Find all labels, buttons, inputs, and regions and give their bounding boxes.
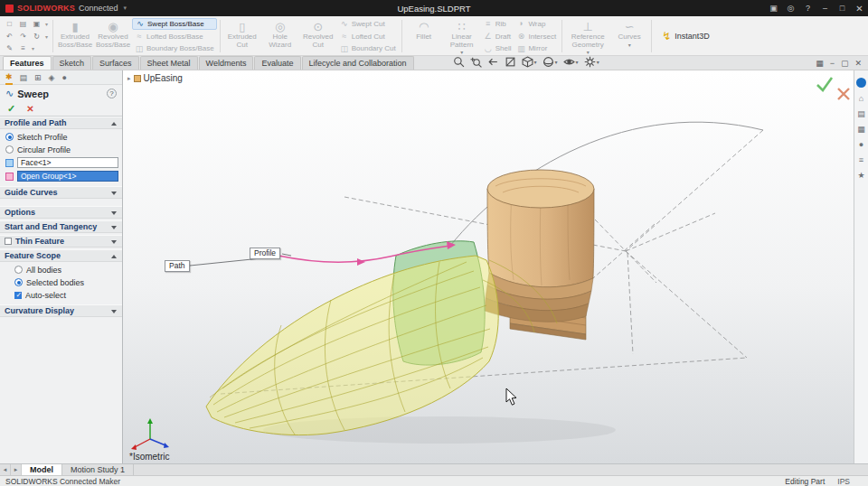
swept-boss-base-button[interactable]: ∿ Swept Boss/Base xyxy=(132,18,217,30)
profile-callout[interactable]: Profile xyxy=(250,248,280,259)
revolved-cut-button[interactable]: ⊙ Revolved Cut xyxy=(299,18,337,54)
profile-selection-field[interactable]: Face<1> xyxy=(17,157,118,168)
wrap-button[interactable]: ◗ Wrap xyxy=(514,18,559,30)
extruded-boss-base-button[interactable]: ▮ Extruded Boss/Base xyxy=(56,18,94,54)
boundary-cut-button[interactable]: ◫ Boundary Cut xyxy=(337,42,399,54)
minimize-pane-icon[interactable]: − xyxy=(830,59,835,68)
maximize-icon[interactable]: □ xyxy=(834,0,851,16)
open-document-icon[interactable]: ▤ xyxy=(18,20,28,28)
tab-scroll-right-icon[interactable]: ▸ xyxy=(11,464,22,475)
intersect-button[interactable]: ⊗ Intersect xyxy=(514,31,559,42)
path-selection-field[interactable]: Open Group<1> xyxy=(17,171,118,182)
save-icon[interactable]: ▣ xyxy=(32,20,42,28)
hide-show-items-icon[interactable]: ▾ xyxy=(563,56,579,68)
reference-geometry-button[interactable]: ⊥ Reference Geometry ▾ xyxy=(565,18,610,54)
chevron-down-icon[interactable]: ▾ xyxy=(32,45,34,51)
pm-tab-configuration-manager[interactable]: ⊞ xyxy=(34,71,42,84)
lofted-boss-base-button[interactable]: ≈ Lofted Boss/Base xyxy=(132,31,217,42)
tab-scroll-left-icon[interactable]: ◂ xyxy=(0,464,11,475)
curves-button[interactable]: ∽ Curves ▾ xyxy=(610,18,648,54)
graphics-viewport[interactable]: ▸ UpEasing Profile Path *Isometric xyxy=(123,70,854,463)
model-body[interactable] xyxy=(485,170,594,322)
share-icon[interactable]: ▣ xyxy=(765,0,782,16)
section-feature-scope[interactable]: Feature Scope xyxy=(0,249,122,262)
linear-pattern-button[interactable]: ∷ Linear Pattern ▾ xyxy=(443,18,481,54)
section-curvature-display[interactable]: Curvature Display xyxy=(0,304,122,317)
section-thin-feature[interactable]: Thin Feature xyxy=(0,235,122,248)
radio-selected-bodies[interactable]: Selected bodies xyxy=(14,277,118,287)
redo-icon[interactable]: ↷ xyxy=(18,33,28,41)
cancel-button[interactable]: ✕ xyxy=(26,104,33,114)
chevron-down-icon[interactable]: ▾ xyxy=(45,21,48,27)
taskpane-favorites-icon[interactable]: ★ xyxy=(857,171,864,180)
tab-sketch[interactable]: Sketch xyxy=(52,56,92,70)
pm-help-icon[interactable]: ? xyxy=(107,89,117,98)
pm-tab-feature-manager[interactable]: ▤ xyxy=(20,71,28,84)
tab-sheet-metal[interactable]: Sheet Metal xyxy=(140,56,198,70)
previous-view-icon[interactable] xyxy=(487,56,499,68)
taskpane-file-explorer-icon[interactable]: ▦ xyxy=(857,125,865,134)
section-options[interactable]: Options xyxy=(0,206,122,219)
checkbox-auto-select[interactable]: Auto-select xyxy=(14,290,118,300)
zoom-to-area-icon[interactable] xyxy=(470,56,482,68)
chevron-down-icon[interactable]: ▾ xyxy=(45,33,48,40)
status-units[interactable]: IPS xyxy=(837,477,863,486)
view-settings-icon[interactable]: ▾ xyxy=(584,56,599,68)
new-document-icon[interactable]: □ xyxy=(5,20,14,28)
split-view-icon[interactable]: ▦ xyxy=(816,59,824,68)
tab-features[interactable]: Features xyxy=(3,56,52,70)
section-guide-curves[interactable]: Guide Curves xyxy=(0,186,122,199)
pm-tab-property-manager[interactable]: ✱ xyxy=(5,70,13,85)
hole-wizard-button[interactable]: ◎ Hole Wizard xyxy=(261,18,299,54)
close-icon[interactable]: ✕ xyxy=(851,0,868,16)
radio-all-bodies[interactable]: All bodies xyxy=(14,265,118,275)
minimize-icon[interactable]: – xyxy=(816,0,834,16)
mirror-button[interactable]: ▥ Mirror xyxy=(514,42,559,54)
zoom-to-fit-icon[interactable] xyxy=(453,56,465,68)
tab-weldments[interactable]: Weldments xyxy=(199,56,254,70)
account-icon[interactable]: ◎ xyxy=(782,0,799,16)
tab-surfaces[interactable]: Surfaces xyxy=(92,56,139,70)
chevron-down-icon[interactable]: ▾ xyxy=(576,59,579,65)
revolved-boss-base-button[interactable]: ◉ Revolved Boss/Base xyxy=(94,18,132,54)
undo-icon[interactable]: ↶ xyxy=(5,33,14,41)
tab-evaluate[interactable]: Evaluate xyxy=(254,56,300,70)
section-profile-and-path[interactable]: Profile and Path xyxy=(0,117,122,129)
chevron-down-icon[interactable]: ▾ xyxy=(124,5,127,12)
edit-icon[interactable]: ✎ xyxy=(5,44,14,52)
rib-button[interactable]: ≡ Rib xyxy=(481,18,514,30)
viewport-canvas[interactable] xyxy=(123,70,854,463)
tab-lifecycle-and-collaboration[interactable]: Lifecycle and Collaboration xyxy=(302,56,414,70)
taskpane-3dexperience-icon[interactable] xyxy=(856,78,866,88)
tree-expand-icon[interactable]: ▸ xyxy=(127,75,131,82)
pm-tab-dimxpert-manager[interactable]: ◈ xyxy=(49,71,55,84)
restore-pane-icon[interactable]: ▢ xyxy=(841,59,849,68)
rebuild-icon[interactable]: ↻ xyxy=(32,33,42,41)
radio-sketch-profile[interactable]: Sketch Profile xyxy=(5,132,118,142)
close-pane-icon[interactable]: ✕ xyxy=(854,59,862,68)
accept-button[interactable]: ✓ xyxy=(7,103,15,115)
shell-button[interactable]: ◡ Shell xyxy=(481,42,514,54)
taskpane-resources-icon[interactable]: ⌂ xyxy=(859,94,863,103)
draft-button[interactable]: ∠ Draft xyxy=(481,31,514,42)
lofted-cut-button[interactable]: ≈ Lofted Cut xyxy=(337,31,399,42)
breadcrumb[interactable]: ▸ UpEasing xyxy=(127,73,183,83)
display-style-icon[interactable]: ▾ xyxy=(542,56,558,68)
app-menu[interactable]: SOLIDWORKS Connected ▾ xyxy=(0,4,127,13)
view-orientation-icon[interactable]: ▾ xyxy=(522,56,537,68)
instant3d-button[interactable]: ↯ Instant3D xyxy=(655,18,717,54)
tab-model[interactable]: Model xyxy=(22,464,62,475)
taskpane-design-library-icon[interactable]: ▤ xyxy=(857,109,865,118)
extruded-cut-button[interactable]: ▯ Extruded Cut xyxy=(223,18,261,54)
tab-motion-study-1[interactable]: Motion Study 1 xyxy=(62,464,134,475)
pm-tab-display-manager[interactable]: ● xyxy=(62,71,67,84)
section-view-icon[interactable] xyxy=(505,56,516,68)
help-icon[interactable]: ? xyxy=(799,0,816,16)
fillet-button[interactable]: ◠ Fillet xyxy=(405,18,443,54)
boundary-boss-base-button[interactable]: ◫ Boundary Boss/Base xyxy=(132,42,217,54)
taskpane-appearances-icon[interactable]: ● xyxy=(859,140,863,149)
radio-circular-profile[interactable]: Circular Profile xyxy=(5,145,118,154)
chevron-down-icon[interactable]: ▾ xyxy=(555,59,558,65)
path-callout[interactable]: Path xyxy=(165,260,190,272)
swept-cut-button[interactable]: ∿ Swept Cut xyxy=(337,18,399,30)
